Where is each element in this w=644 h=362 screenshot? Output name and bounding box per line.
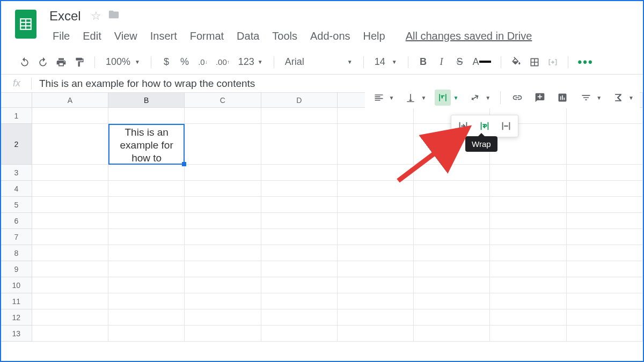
cell-B1[interactable] [108,108,185,124]
row-header-6[interactable]: 6 [1,213,32,229]
cell-A1[interactable] [32,108,108,124]
cell-F7[interactable] [414,229,490,245]
filter-button[interactable] [578,90,594,106]
cell-H6[interactable] [567,213,643,229]
cell-B11[interactable] [108,293,185,309]
row-header-10[interactable]: 10 [1,277,32,293]
cell-B10[interactable] [108,277,185,293]
cell-A6[interactable] [32,213,108,229]
cell-A7[interactable] [32,229,108,245]
star-icon[interactable]: ☆ [91,9,101,23]
cell-E1[interactable] [338,108,414,124]
cell-G13[interactable] [490,326,566,342]
cell-F4[interactable] [414,181,490,197]
cell-F9[interactable] [414,261,490,277]
formula-value[interactable]: This is an example for how to wrap the c… [39,78,255,90]
cell-G5[interactable] [490,197,566,213]
insert-link-button[interactable] [509,90,525,106]
increase-decimal-button[interactable]: .00↑ [214,54,232,70]
cell-G9[interactable] [490,261,566,277]
menu-insert[interactable]: Insert [144,27,184,46]
cell-H9[interactable] [567,261,643,277]
cell-F10[interactable] [414,277,490,293]
col-header-a[interactable]: A [32,93,108,107]
folder-icon[interactable] [108,9,120,24]
row-header-3[interactable]: 3 [1,165,32,181]
cell-H2[interactable] [567,124,643,165]
cell-E12[interactable] [338,309,414,326]
cell-A9[interactable] [32,261,108,277]
strike-button[interactable]: S [452,54,467,70]
cell-H1[interactable] [567,108,643,124]
overflow-option[interactable] [455,119,472,134]
cell-C8[interactable] [185,245,261,261]
cell-B5[interactable] [108,197,185,213]
cell-G10[interactable] [490,277,566,293]
cell-A2[interactable] [32,124,108,165]
italic-button[interactable]: I [434,54,449,70]
cell-G12[interactable] [490,309,566,326]
cell-C9[interactable] [185,261,261,277]
cell-C3[interactable] [185,165,261,181]
cell-E7[interactable] [338,229,414,245]
cell-C13[interactable] [185,326,261,342]
cell-G4[interactable] [490,181,566,197]
cell-H3[interactable] [567,165,643,181]
cell-B13[interactable] [108,326,185,342]
insert-chart-button[interactable] [554,90,570,106]
number-format-select[interactable]: 123▼ [235,56,266,68]
cell-D10[interactable] [261,277,338,293]
menu-help[interactable]: Help [357,27,392,46]
cell-B2[interactable]: This is an example for how to [108,124,185,165]
cell-E10[interactable] [338,277,414,293]
cell-D2[interactable] [261,124,338,165]
cell-G8[interactable] [490,245,566,261]
cell-A12[interactable] [32,309,108,326]
cell-E5[interactable] [338,197,414,213]
cell-D3[interactable] [261,165,338,181]
col-header-b[interactable]: B [108,93,185,107]
row-header-12[interactable]: 12 [1,309,32,326]
cell-B8[interactable] [108,245,185,261]
save-status[interactable]: All changes saved in Drive [399,27,539,46]
col-header-c[interactable]: C [185,93,261,107]
cell-B7[interactable] [108,229,185,245]
cell-D1[interactable] [261,108,338,124]
cell-E3[interactable] [338,165,414,181]
font-size-select[interactable]: 14▼ [371,56,400,68]
cell-F3[interactable] [414,165,490,181]
cell-F8[interactable] [414,245,490,261]
zoom-select[interactable]: 100%▼ [103,56,143,68]
menu-edit[interactable]: Edit [76,27,107,46]
cell-G7[interactable] [490,229,566,245]
row-header-1[interactable]: 1 [1,108,32,124]
cell-C7[interactable] [185,229,261,245]
menu-tools[interactable]: Tools [266,27,304,46]
undo-button[interactable] [17,54,32,70]
row-header-4[interactable]: 4 [1,181,32,197]
insert-comment-button[interactable] [532,90,548,106]
cell-E2[interactable] [338,124,414,165]
cell-G3[interactable] [490,165,566,181]
row-header-11[interactable]: 11 [1,293,32,309]
cell-H13[interactable] [567,326,643,342]
functions-button[interactable] [610,90,626,106]
cell-D11[interactable] [261,293,338,309]
cell-H12[interactable] [567,309,643,326]
row-header-9[interactable]: 9 [1,261,32,277]
cell-A10[interactable] [32,277,108,293]
row-header-2[interactable]: 2 [1,124,32,165]
horizontal-align-button[interactable] [371,90,387,106]
merge-button[interactable] [545,54,560,70]
wrap-option[interactable] [476,119,493,134]
text-rotation-button[interactable] [467,90,483,106]
clip-option[interactable] [497,119,515,134]
cell-H7[interactable] [567,229,643,245]
menu-data[interactable]: Data [230,27,266,46]
row-header-13[interactable]: 13 [1,326,32,342]
cell-C10[interactable] [185,277,261,293]
cell-A3[interactable] [32,165,108,181]
cell-F13[interactable] [414,326,490,342]
cell-C12[interactable] [185,309,261,326]
cell-A8[interactable] [32,245,108,261]
